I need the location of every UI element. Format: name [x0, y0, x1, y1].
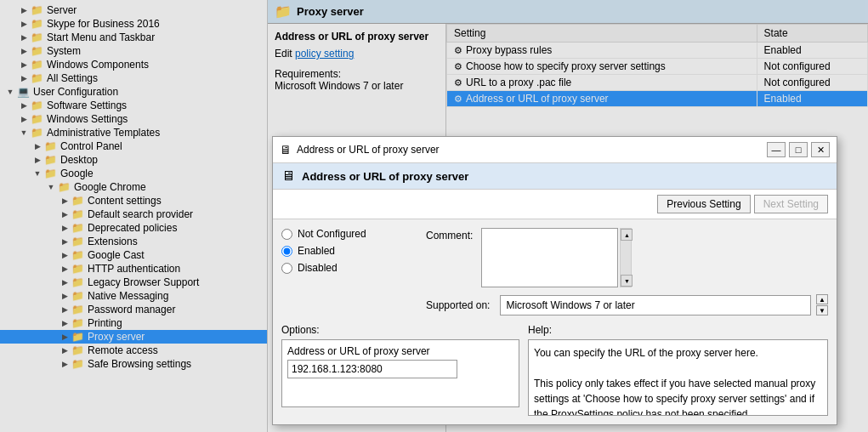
options-field-label: Address or URL of proxy server: [287, 345, 513, 357]
radio-item-notconfigured: Not Configured: [281, 228, 417, 240]
supported-field: Microsoft Windows 7 or later: [500, 295, 811, 315]
modal-header-bar: 🖥 Address or URL of proxy server: [273, 163, 837, 190]
proxy-url-input[interactable]: [287, 360, 457, 378]
modal-titlebar: 🖥 Address or URL of proxy server — □ ✕: [273, 137, 837, 163]
help-box: You can specify the URL of the proxy ser…: [528, 339, 828, 416]
options-label: Options:: [281, 324, 519, 336]
radio-label-disabled: Disabled: [298, 262, 338, 274]
comment-label: Comment:: [426, 228, 478, 242]
modal-titlebar-left: 🖥 Address or URL of proxy server: [280, 143, 440, 156]
supported-label: Supported on:: [426, 299, 495, 311]
radio-label-enabled: Enabled: [298, 245, 335, 257]
modal-left: Not ConfiguredEnabledDisabled: [281, 228, 417, 315]
modal-overlay: 🖥 Address or URL of proxy server — □ ✕ 🖥…: [0, 0, 868, 432]
radio-item-enabled: Enabled: [281, 245, 417, 257]
comment-area-wrapper: ▲ ▼: [481, 228, 632, 287]
modal-controls: — □ ✕: [767, 142, 830, 157]
options-section: Options: Address or URL of proxy server: [281, 324, 519, 416]
minimize-button[interactable]: —: [767, 142, 786, 157]
supported-row: Supported on: Microsoft Windows 7 or lat…: [426, 294, 828, 315]
comment-textarea[interactable]: [481, 228, 618, 287]
options-box: Address or URL of proxy server: [281, 339, 519, 407]
modal-bottom: Options: Address or URL of proxy server …: [273, 324, 837, 424]
modal-window: 🖥 Address or URL of proxy server — □ ✕ 🖥…: [272, 136, 837, 425]
radio-notconfigured[interactable]: [281, 229, 292, 240]
supported-scroll-up[interactable]: ▲: [816, 294, 828, 304]
supported-scrollbar: ▲ ▼: [816, 294, 828, 315]
radio-enabled[interactable]: [281, 246, 292, 257]
radio-group: Not ConfiguredEnabledDisabled: [281, 228, 417, 274]
modal-titlebar-icon: 🖥: [280, 143, 292, 156]
modal-right: Comment: ▲ ▼ Supported on: Microsoft Win…: [426, 228, 828, 315]
supported-scroll-down[interactable]: ▼: [816, 305, 828, 315]
close-button[interactable]: ✕: [811, 142, 830, 157]
next-setting-button[interactable]: Next Setting: [754, 195, 828, 213]
help-text: You can specify the URL of the proxy ser…: [534, 347, 815, 416]
help-label: Help:: [528, 324, 828, 336]
modal-title-text: Address or URL of proxy server: [297, 144, 440, 156]
supported-value: Microsoft Windows 7 or later: [506, 299, 634, 311]
modal-nav-bar: Previous Setting Next Setting: [273, 190, 837, 219]
modal-body: Not ConfiguredEnabledDisabled Comment: ▲…: [273, 219, 837, 324]
comment-scrollbar: ▲ ▼: [620, 228, 632, 287]
scroll-up-btn[interactable]: ▲: [621, 229, 633, 241]
modal-header-title: Address or URL of proxy server: [302, 170, 468, 183]
previous-setting-button[interactable]: Previous Setting: [657, 195, 750, 213]
scroll-down-btn[interactable]: ▼: [621, 275, 633, 287]
maximize-button[interactable]: □: [789, 142, 808, 157]
radio-label-notconfigured: Not Configured: [298, 228, 366, 240]
radio-item-disabled: Disabled: [281, 262, 417, 274]
radio-disabled[interactable]: [281, 263, 292, 274]
modal-header-icon: 🖥: [281, 168, 295, 184]
comment-row: Comment: ▲ ▼: [426, 228, 828, 287]
help-section: Help: You can specify the URL of the pro…: [528, 324, 828, 416]
